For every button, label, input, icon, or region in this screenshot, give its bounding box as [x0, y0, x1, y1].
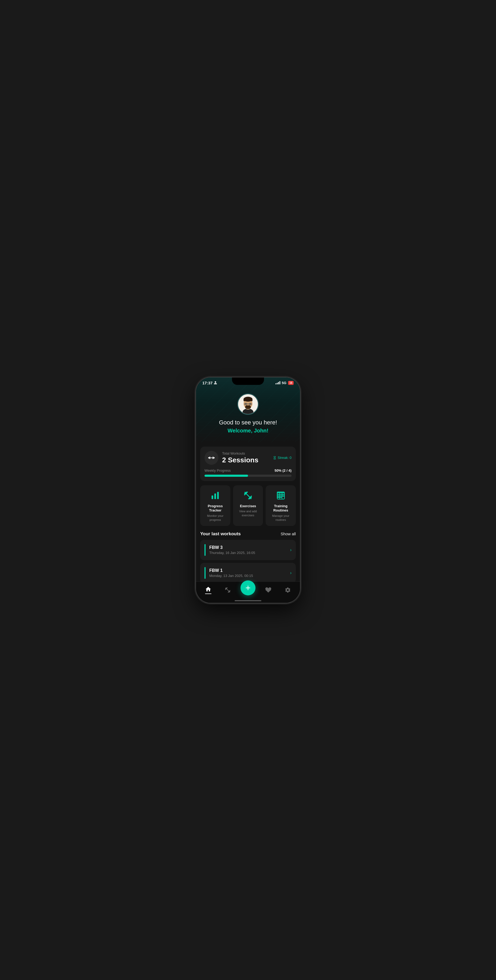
- home-indicator: [235, 600, 261, 601]
- svg-rect-18: [213, 457, 213, 459]
- progress-tracker-card[interactable]: ProgressTracker Monitor your progress: [200, 485, 231, 526]
- progress-fill: [205, 475, 248, 477]
- svg-point-10: [245, 403, 246, 404]
- workout-info: FBW 1 Monday, 13 Jan 2025, 00:15: [209, 568, 290, 578]
- list-icon: [275, 490, 287, 501]
- dumbbell-cross-icon: [242, 490, 254, 501]
- workout-name: FBW 1: [209, 568, 290, 573]
- training-routines-subtitle: Manage your routines: [268, 514, 293, 522]
- heart-monitor-icon: [265, 587, 272, 593]
- nav-health[interactable]: [262, 585, 275, 595]
- action-cards: ProgressTracker Monitor your progress Ex…: [200, 485, 296, 526]
- svg-rect-17: [210, 457, 213, 458]
- stats-bottom: Weekly Progress 50% (2 / 4): [205, 468, 291, 473]
- routine-svg: [276, 491, 286, 500]
- bar-chart-svg: [210, 491, 220, 500]
- exercises-title: Exercises: [236, 504, 261, 509]
- svg-point-14: [248, 406, 250, 407]
- add-button[interactable]: [240, 581, 256, 595]
- svg-rect-5: [243, 399, 252, 401]
- progress-value: 50% (2 / 4): [274, 468, 291, 473]
- nav-active-indicator: [205, 593, 211, 594]
- workout-item[interactable]: FBW 1 Monday, 13 Jan 2025, 00:15 ›: [200, 563, 296, 583]
- dumbbell-svg: [208, 454, 215, 461]
- status-right: 5G 16: [275, 381, 294, 385]
- avatar-image: [238, 394, 258, 414]
- stats-top: Total Workouts 2 Sessions Streak: 0: [205, 451, 291, 465]
- hourglass-icon: [273, 456, 277, 460]
- phone-screen: Good to see you here! Welcome, John!: [196, 377, 300, 603]
- dumbbell-icon: [205, 451, 218, 465]
- nav-exercises[interactable]: [221, 585, 234, 595]
- battery-indicator: 16: [288, 381, 294, 385]
- workout-item[interactable]: FBW 3 Thursday, 16 Jan 2025, 16:05 ›: [200, 540, 296, 560]
- hero-section: Good to see you here! Welcome, John!: [196, 377, 300, 442]
- network-type: 5G: [282, 381, 286, 385]
- exercises-card[interactable]: Exercises View and add exercises: [233, 485, 263, 526]
- greeting-text: Good to see you here!: [202, 419, 294, 426]
- stats-card: Total Workouts 2 Sessions Streak: 0 Week…: [200, 447, 296, 481]
- section-header: Your last workouts Show all: [200, 531, 296, 537]
- phone-frame: 17:37 5G 16: [196, 377, 300, 603]
- chevron-right-icon: ›: [290, 571, 291, 575]
- svg-rect-19: [213, 457, 215, 458]
- svg-rect-15: [208, 457, 209, 458]
- svg-rect-21: [215, 493, 216, 499]
- nav-home[interactable]: [202, 584, 215, 596]
- progress-tracker-subtitle: Monitor your progress: [203, 514, 228, 522]
- nav-settings[interactable]: [281, 585, 294, 595]
- home-icon: [205, 586, 211, 592]
- training-routines-title: TrainingRoutines: [268, 504, 293, 513]
- streak-badge: Streak: 0: [273, 456, 291, 460]
- scroll-content[interactable]: Good to see you here! Welcome, John!: [196, 377, 300, 603]
- workout-accent-bar: [205, 544, 205, 556]
- progress-bar: [205, 475, 291, 477]
- svg-rect-23: [277, 492, 284, 493]
- stats-label: Total Workouts: [222, 452, 273, 455]
- time-display: 17:37: [202, 380, 213, 385]
- svg-rect-16: [209, 457, 210, 459]
- progress-label: Weekly Progress: [205, 468, 231, 473]
- workout-date: Monday, 13 Jan 2025, 00:15: [209, 574, 290, 578]
- bar-chart-icon: [209, 490, 221, 501]
- stats-value: 2 Sessions: [222, 456, 273, 464]
- svg-rect-20: [212, 495, 213, 499]
- exercises-nav-icon: [224, 587, 231, 593]
- workout-name: FBW 3: [209, 545, 290, 550]
- person-icon: [213, 381, 217, 385]
- svg-point-11: [250, 403, 251, 404]
- exercise-svg: [243, 491, 253, 500]
- settings-icon: [285, 587, 291, 593]
- stats-info: Total Workouts 2 Sessions: [222, 452, 273, 464]
- workout-accent-bar: [205, 567, 205, 579]
- svg-rect-22: [217, 492, 219, 499]
- training-routines-card[interactable]: TrainingRoutines Manage your routines: [265, 485, 296, 526]
- main-content: Total Workouts 2 Sessions Streak: 0 Week…: [196, 442, 300, 603]
- welcome-text: Welcome, John!: [202, 428, 294, 434]
- progress-tracker-title: ProgressTracker: [203, 504, 228, 513]
- workout-info: FBW 3 Thursday, 16 Jan 2025, 16:05: [209, 545, 290, 555]
- show-all-button[interactable]: Show all: [281, 531, 296, 536]
- bottom-nav: [196, 581, 300, 603]
- chevron-right-icon: ›: [290, 547, 291, 552]
- status-time: 17:37: [202, 380, 217, 385]
- avatar: [237, 393, 259, 415]
- plus-icon: [244, 584, 252, 592]
- exercises-subtitle: View and add exercises: [236, 509, 261, 517]
- notch: [232, 377, 264, 385]
- streak-value: Streak: 0: [278, 456, 291, 460]
- signal-icon: [275, 381, 280, 384]
- workout-date: Thursday, 16 Jan 2025, 16:05: [209, 551, 290, 555]
- section-title: Your last workouts: [200, 531, 241, 537]
